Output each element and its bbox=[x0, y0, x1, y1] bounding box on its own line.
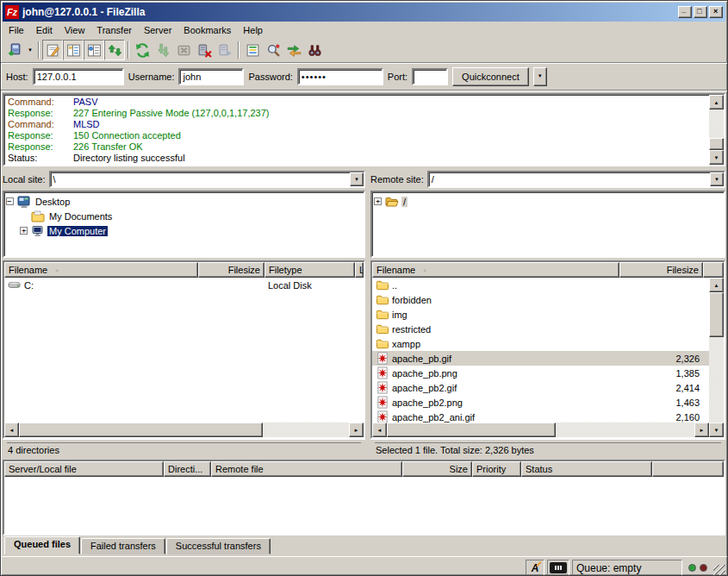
resize-grip[interactable] bbox=[713, 565, 725, 576]
scroll-thumb[interactable] bbox=[709, 138, 724, 150]
collapse-expander[interactable] bbox=[6, 197, 14, 205]
toggle-remote-tree-button[interactable] bbox=[84, 40, 104, 60]
site-manager-dropdown[interactable] bbox=[25, 40, 35, 60]
disconnect-button[interactable] bbox=[194, 40, 215, 60]
activity-indicators bbox=[685, 564, 711, 572]
scroll-down-button[interactable] bbox=[709, 150, 724, 165]
remote-site-combo[interactable]: / bbox=[427, 171, 725, 188]
cancel-operation-button[interactable] bbox=[173, 40, 194, 60]
column-header-filetype[interactable]: Filetype bbox=[264, 262, 355, 278]
tree-item-my-documents[interactable]: My Documents bbox=[6, 209, 362, 223]
maximize-button[interactable] bbox=[694, 6, 707, 18]
column-header-filename[interactable]: Filename bbox=[372, 262, 619, 278]
scroll-left-button[interactable] bbox=[4, 423, 19, 437]
file-row[interactable]: apache_pb.png 1,385 bbox=[372, 366, 709, 380]
scroll-thumb[interactable] bbox=[709, 292, 724, 337]
queue-status-text: Queue: empty bbox=[576, 562, 641, 574]
local-horizontal-scrollbar[interactable] bbox=[4, 423, 364, 437]
log-scrollbar[interactable] bbox=[709, 95, 724, 165]
file-row[interactable]: apache_pb2_ani.gif 2,160 bbox=[372, 410, 709, 423]
queue-col-server-local-file[interactable]: Server/Local file bbox=[4, 461, 164, 477]
close-button[interactable] bbox=[709, 6, 723, 18]
find-files-button[interactable] bbox=[304, 40, 325, 60]
tab-failed-transfers[interactable]: Failed transfers bbox=[81, 538, 165, 554]
file-row[interactable]: apache_pb2.png 1,463 bbox=[372, 395, 709, 410]
column-header-filesize[interactable]: Filesize bbox=[619, 262, 703, 278]
password-input[interactable] bbox=[297, 68, 383, 85]
column-header-filename[interactable]: Filename bbox=[4, 262, 198, 278]
refresh-button[interactable] bbox=[132, 40, 152, 60]
toolbar-separator bbox=[38, 41, 40, 59]
tree-item-desktop[interactable]: Desktop bbox=[6, 194, 362, 209]
speedlimit-indicator-icon bbox=[550, 562, 567, 573]
menu-help[interactable]: Help bbox=[237, 23, 269, 37]
queue-col-direction[interactable]: Directi... bbox=[164, 461, 211, 477]
filename-filters-button[interactable] bbox=[242, 40, 263, 60]
chevron-down-icon[interactable] bbox=[350, 172, 364, 186]
log-message: 150 Connection accepted bbox=[73, 130, 181, 141]
expand-expander[interactable] bbox=[374, 197, 382, 205]
file-row[interactable]: .. bbox=[372, 278, 709, 292]
tree-item-root[interactable]: / bbox=[374, 194, 722, 209]
menu-edit[interactable]: Edit bbox=[30, 23, 59, 37]
scroll-left-button[interactable] bbox=[372, 423, 387, 437]
queue-col-remote-file[interactable]: Remote file bbox=[211, 461, 402, 477]
queue-col-status[interactable]: Status bbox=[521, 461, 652, 477]
chevron-down-icon[interactable] bbox=[710, 172, 724, 186]
file-row-c-drive[interactable]: C: Local Disk bbox=[4, 278, 364, 292]
synchronized-browsing-button[interactable] bbox=[283, 40, 304, 60]
quickconnect-button[interactable]: Quickconnect bbox=[452, 67, 529, 86]
menu-transfer[interactable]: Transfer bbox=[90, 23, 138, 37]
queue-col-size[interactable]: Size bbox=[402, 461, 472, 477]
site-manager-button[interactable] bbox=[4, 40, 25, 60]
scroll-up-button[interactable] bbox=[709, 95, 724, 110]
remote-vertical-scrollbar[interactable] bbox=[709, 278, 724, 437]
menu-server[interactable]: Server bbox=[138, 23, 177, 37]
file-name: forbidden bbox=[392, 295, 432, 305]
directory-comparison-button[interactable] bbox=[263, 40, 283, 60]
tab-queued-files[interactable]: Queued files bbox=[4, 536, 80, 554]
file-row[interactable]: apache_pb2.gif 2,414 bbox=[372, 380, 709, 395]
port-input[interactable] bbox=[412, 68, 448, 85]
username-input[interactable] bbox=[178, 68, 244, 85]
menu-view[interactable]: View bbox=[59, 23, 91, 37]
remote-list-header: Filename Filesize bbox=[372, 262, 724, 278]
scroll-right-button[interactable] bbox=[694, 423, 709, 437]
toggle-transfer-queue-button[interactable] bbox=[104, 40, 125, 60]
folder-icon bbox=[376, 322, 389, 335]
minimize-button[interactable] bbox=[678, 6, 692, 18]
remote-file-list: Filename Filesize .. forbidd bbox=[370, 260, 725, 439]
reconnect-button[interactable] bbox=[215, 40, 235, 60]
log-message: Directory listing successful bbox=[73, 153, 185, 164]
host-input[interactable] bbox=[33, 68, 124, 85]
scroll-right-button[interactable] bbox=[349, 423, 364, 437]
scroll-thumb[interactable] bbox=[19, 423, 263, 437]
menu-bookmarks[interactable]: Bookmarks bbox=[177, 23, 237, 37]
scroll-down-button[interactable] bbox=[709, 423, 724, 437]
scroll-up-button[interactable] bbox=[709, 278, 724, 292]
title-bar[interactable]: Fz john@127.0.0.1 - FileZilla bbox=[3, 3, 725, 22]
process-queue-button[interactable] bbox=[152, 40, 173, 60]
transfer-queue: Server/Local file Directi... Remote file… bbox=[3, 460, 725, 535]
tree-item-my-computer[interactable]: My Computer bbox=[6, 223, 362, 238]
scroll-thumb[interactable] bbox=[387, 423, 556, 437]
queue-col-priority[interactable]: Priority bbox=[472, 461, 521, 477]
file-name: restricted bbox=[392, 324, 431, 335]
file-row[interactable]: img bbox=[372, 307, 709, 322]
file-row[interactable]: forbidden bbox=[372, 292, 709, 307]
expand-expander[interactable] bbox=[20, 227, 28, 235]
log-type: Response: bbox=[8, 141, 73, 153]
quickconnect-dropdown[interactable] bbox=[533, 67, 547, 86]
local-site-combo[interactable]: \ bbox=[49, 171, 365, 188]
file-row[interactable]: xampp bbox=[372, 336, 709, 351]
remote-site-label: Remote site: bbox=[370, 174, 424, 185]
file-row-selected[interactable]: apache_pb.gif 2,326 bbox=[372, 351, 709, 366]
toggle-message-log-button[interactable] bbox=[42, 40, 63, 60]
menu-file[interactable]: File bbox=[3, 23, 30, 37]
toggle-local-tree-button[interactable] bbox=[63, 40, 84, 60]
column-header-filesize[interactable]: Filesize bbox=[198, 262, 264, 278]
tab-successful-transfers[interactable]: Successful transfers bbox=[166, 538, 271, 554]
remote-horizontal-scrollbar[interactable] bbox=[372, 423, 709, 437]
file-row[interactable]: restricted bbox=[372, 322, 709, 336]
column-header-last-modified[interactable]: L bbox=[355, 262, 364, 278]
